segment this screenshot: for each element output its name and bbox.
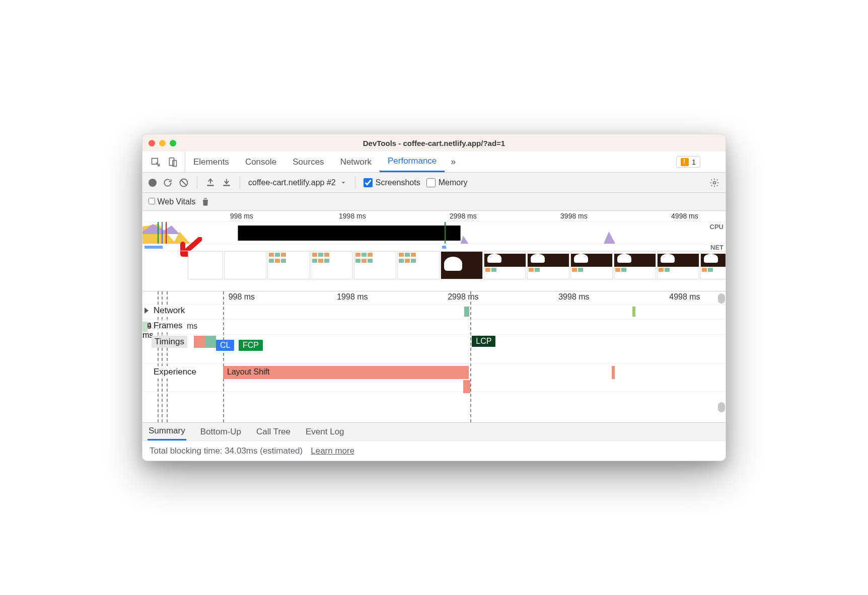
memory-checkbox[interactable]: Memory [426,178,468,187]
main-ruler: 998 ms 1998 ms 2998 ms 3998 ms 4998 ms [142,291,726,305]
overview-pane[interactable]: 998 ms 1998 ms 2998 ms 3998 ms 4998 ms C… [142,211,726,291]
timing-cl-badge[interactable]: CL [216,340,234,351]
btab-call-tree[interactable]: Call Tree [255,424,292,440]
tab-elements[interactable]: Elements [185,152,237,172]
save-profile-icon[interactable] [222,178,232,188]
filmstrip-thumb[interactable] [570,251,613,279]
svg-rect-8 [207,185,213,186]
track-timings: Timings CL FCP LCP [142,335,726,364]
track-frames: Frames ms 1933.3 ms 1433.3 ms [142,320,726,335]
filmstrip-thumb[interactable] [224,251,266,279]
tabs-more[interactable]: » [445,157,462,167]
window-title: DevTools - coffee-cart.netlify.app/?ad=1 [142,139,726,147]
main-timeline-pane[interactable]: 998 ms 1998 ms 2998 ms 3998 ms 4998 ms N… [142,291,726,422]
overview-cpu-row: CPU [142,222,726,244]
filmstrip-thumb[interactable] [700,251,726,279]
recording-name: coffee-cart.netlify.app #2 [248,178,336,187]
track-experience: Experience Layout Shift [142,364,726,392]
filmstrip-thumb[interactable] [484,251,526,279]
overview-net-row: NET [142,244,726,251]
btab-event-log[interactable]: Event Log [305,424,345,440]
svg-rect-1 [169,158,174,165]
layout-shift-bar[interactable] [612,366,615,379]
clear-icon[interactable] [179,178,189,188]
learn-more-link[interactable]: Learn more [311,446,354,456]
devtools-window: DevTools - coffee-cart.netlify.app/?ad=1… [142,134,726,461]
capture-settings-gear-icon[interactable] [709,178,719,188]
issues-count: 1 [692,158,696,166]
recording-selector[interactable]: coffee-cart.netlify.app #2 [248,178,347,187]
filmstrip [142,251,726,279]
track-network: Network [142,305,726,320]
svg-rect-13 [238,226,460,241]
filmstrip-thumb[interactable] [657,251,699,279]
filmstrip-thumb[interactable] [188,251,223,279]
scrollbar-thumb[interactable] [718,402,725,412]
perf-toolbar-2: Web Vitals [142,193,726,211]
btab-summary[interactable]: Summary [148,423,186,440]
layout-shift-bar[interactable] [463,380,470,393]
svg-point-10 [713,181,716,184]
web-vitals-checkbox[interactable]: Web Vitals [149,197,195,206]
filmstrip-thumb[interactable] [354,251,396,279]
chevron-down-icon [340,179,347,186]
scrollbar-thumb[interactable] [718,293,725,304]
filmstrip-thumb[interactable] [397,251,440,279]
expand-network-icon[interactable] [144,308,149,314]
filmstrip-thumb[interactable] [311,251,353,279]
timing-lcp-badge[interactable]: LCP [472,336,495,347]
btab-bottom-up[interactable]: Bottom-Up [199,424,242,440]
tab-performance[interactable]: Performance [380,152,445,172]
load-profile-icon[interactable] [205,178,215,188]
inspect-element-icon[interactable] [151,157,161,167]
tab-network[interactable]: Network [332,152,380,172]
issues-badge[interactable]: 1 [676,156,700,168]
filmstrip-thumb[interactable] [614,251,656,279]
svg-marker-15 [604,232,615,244]
filmstrip-thumb[interactable] [267,251,310,279]
svg-marker-14 [461,236,469,244]
delete-icon[interactable] [200,197,210,207]
details-tabs: Summary Bottom-Up Call Tree Event Log [142,422,726,440]
issues-icon [681,158,689,166]
timing-fcp-badge[interactable]: FCP [239,340,263,351]
screenshots-checkbox[interactable]: Screenshots [364,178,420,187]
status-bar: Total blocking time: 34.03ms (estimated)… [142,440,726,461]
total-blocking-time: Total blocking time: 34.03ms (estimated) [150,446,303,456]
settings-gear-icon[interactable] [700,157,710,167]
titlebar: DevTools - coffee-cart.netlify.app/?ad=1 [142,134,726,152]
filmstrip-thumb[interactable] [527,251,569,279]
device-toggle-icon[interactable] [168,157,178,167]
tab-sources[interactable]: Sources [284,152,332,172]
tab-console[interactable]: Console [237,152,284,172]
perf-toolbar: coffee-cart.netlify.app #2 Screenshots M… [142,173,726,193]
svg-rect-9 [223,185,230,186]
reload-icon[interactable] [163,178,173,188]
kebab-menu-icon[interactable] [710,157,720,167]
filmstrip-thumb[interactable] [441,251,483,279]
svg-marker-12 [142,224,180,234]
layout-shift-bar[interactable]: Layout Shift [223,366,469,379]
record-button[interactable] [149,179,157,187]
overview-ruler: 998 ms 1998 ms 2998 ms 3998 ms 4998 ms [142,211,726,222]
devtools-tabs: Elements Console Sources Network Perform… [142,152,726,173]
net-label: NET [710,244,724,251]
